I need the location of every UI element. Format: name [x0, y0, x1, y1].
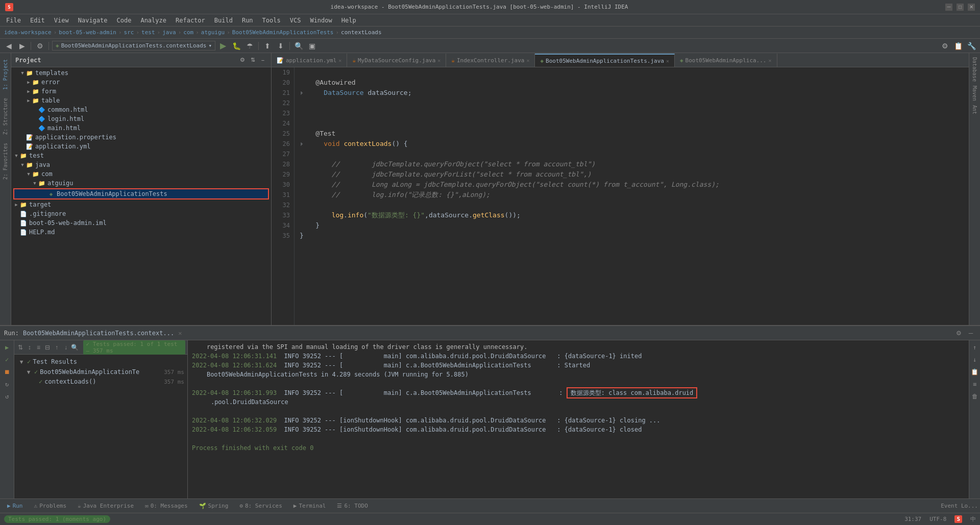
tab-boot-tests[interactable]: ◈ Boot05WebAdminApplicationTests.java ✕: [535, 54, 674, 67]
menu-tools[interactable]: Tools: [258, 16, 285, 25]
test-method[interactable]: ✓ contextLoads() 357 ms: [14, 377, 187, 386]
menu-code[interactable]: Code: [113, 16, 136, 25]
menu-vcs[interactable]: VCS: [286, 16, 305, 25]
tree-item-java[interactable]: ▼ 📁 java: [11, 160, 271, 169]
tab-close-ds[interactable]: ✕: [437, 58, 440, 63]
tab-close-yml[interactable]: ✕: [338, 58, 341, 63]
tab-index[interactable]: ☕ IndexController.java ✕: [446, 54, 535, 67]
menu-navigate[interactable]: Navigate: [74, 16, 112, 25]
project-expand[interactable]: ⇅: [249, 56, 257, 64]
bc-src[interactable]: src: [124, 29, 134, 36]
close-button[interactable]: ✕: [968, 4, 975, 11]
maximize-button[interactable]: □: [957, 4, 964, 11]
tree-item-target[interactable]: ▶ 📁 target: [11, 200, 271, 209]
toolbar-right1[interactable]: ⚙: [939, 40, 950, 52]
tree-item-app-properties[interactable]: ▶ 📝 application.properties: [11, 133, 271, 142]
right-tab-ant[interactable]: Ant: [971, 103, 978, 116]
bt-tab-java-enterprise[interactable]: ☕ Java Enterprise: [72, 502, 139, 510]
window-controls[interactable]: ─ □ ✕: [945, 4, 975, 11]
project-gear[interactable]: ⚙: [238, 56, 247, 64]
run-play-icon[interactable]: ▶: [2, 342, 12, 353]
tree-item-com[interactable]: ▼ 📁 com: [11, 169, 271, 179]
code-content[interactable]: @Autowired ⏵ DataSource dataSource; @Tes…: [295, 67, 969, 325]
run-check-icon[interactable]: ✓: [2, 355, 12, 365]
run-settings[interactable]: ⚙: [953, 328, 964, 338]
run-right-filter[interactable]: ≡: [970, 379, 980, 389]
debug-button[interactable]: 🐛: [231, 40, 242, 52]
run-button[interactable]: ▶: [217, 40, 229, 52]
toolbar-right3[interactable]: 🔧: [966, 40, 977, 52]
run-tab-close[interactable]: ✕: [178, 330, 182, 337]
rtb-sort2[interactable]: ↕: [26, 342, 34, 353]
bt-tab-services[interactable]: ⚙ 8: Services: [234, 502, 287, 510]
run-rerun-failed[interactable]: ↺: [2, 391, 12, 402]
run-config-selector[interactable]: ◈ Boot05WebAdminApplicationTests.context…: [52, 41, 215, 51]
menu-window[interactable]: Window: [306, 16, 336, 25]
tree-item-templates[interactable]: ▼ 📁 templates: [11, 68, 271, 78]
run-right-up[interactable]: ↑: [970, 342, 980, 353]
bt-tab-terminal[interactable]: ▶ Terminal: [288, 502, 331, 510]
tab-close-tests2[interactable]: ✕: [769, 58, 772, 63]
bc-module[interactable]: boot-05-web-admin: [59, 29, 116, 36]
bt-tab-problems[interactable]: ⚠ Problems: [29, 502, 72, 510]
menu-analyze[interactable]: Analyze: [136, 16, 170, 25]
toolbar-settings[interactable]: ⚙: [34, 40, 45, 52]
rtb-sort[interactable]: ⇅: [16, 342, 24, 353]
tree-item-atguigu[interactable]: ▼ 📁 atguigu: [11, 179, 271, 188]
run-right-trash[interactable]: 🗑: [970, 391, 980, 402]
bt-tab-todo[interactable]: ☰ 6: TODO: [332, 502, 373, 510]
tree-item-form[interactable]: ▶ 📁 form: [11, 87, 271, 96]
test-suite[interactable]: ▼ ✓ Boot05WebAdminApplicationTe 357 ms: [14, 367, 187, 377]
bt-tab-messages[interactable]: ✉ 0: Messages: [140, 502, 192, 510]
run-stop-icon[interactable]: ⏹: [2, 367, 12, 377]
tree-item-app-yml[interactable]: ▶ 📝 application.yml: [11, 142, 271, 151]
menu-edit[interactable]: Edit: [26, 16, 49, 25]
menu-view[interactable]: View: [50, 16, 73, 25]
bc-class[interactable]: Boot05WebAdminApplicationTests: [232, 29, 334, 36]
console-output[interactable]: registered via the SPI and manual loadin…: [188, 340, 969, 498]
run-right-down[interactable]: ↓: [970, 355, 980, 365]
tree-item-common-html[interactable]: ▶ 🔷 common.html: [11, 105, 271, 114]
menu-file[interactable]: File: [2, 16, 25, 25]
bt-tab-spring[interactable]: 🌱 Spring: [194, 502, 234, 510]
event-log-link[interactable]: Event Lo...: [941, 503, 978, 509]
tab-close-tests[interactable]: ✕: [666, 58, 669, 64]
tree-item-boot-tests[interactable]: ▶ ◈ Boot05WebAdminApplicationTests: [13, 188, 269, 199]
bc-java[interactable]: java: [162, 29, 176, 36]
rtb-collapse[interactable]: ↓: [62, 342, 70, 353]
menu-refactor[interactable]: Refactor: [172, 16, 209, 25]
tree-item-login-html[interactable]: ▶ 🔷 login.html: [11, 114, 271, 123]
rtb-filter2[interactable]: ⊟: [43, 342, 52, 353]
rtb-filter1[interactable]: ≡: [35, 342, 43, 353]
run-tab-name[interactable]: Boot05WebAdminApplicationTests.context..…: [23, 330, 174, 337]
project-collapse[interactable]: −: [259, 56, 267, 64]
bt-tab-run[interactable]: ▶ Run: [2, 502, 28, 510]
tree-item-gitignore[interactable]: ▶ 📄 .gitignore: [11, 209, 271, 218]
bc-test[interactable]: test: [141, 29, 155, 36]
menu-help[interactable]: Help: [337, 16, 360, 25]
run-hide[interactable]: ─: [966, 328, 976, 338]
menu-run[interactable]: Run: [238, 16, 257, 25]
rtb-expand[interactable]: ↑: [53, 342, 61, 353]
toolbar-terminal[interactable]: ▣: [306, 40, 317, 52]
tree-item-test[interactable]: ▼ 📁 test: [11, 151, 271, 160]
minimize-button[interactable]: ─: [945, 4, 952, 11]
sidebar-tab-project[interactable]: 1: Project: [2, 57, 9, 92]
run-right-copy[interactable]: 📋: [970, 367, 980, 377]
rtb-search[interactable]: 🔍: [71, 342, 79, 353]
right-tab-database[interactable]: Database: [971, 55, 978, 84]
toolbar-right2[interactable]: 📋: [952, 40, 964, 52]
tab-mydatasource[interactable]: ☕ MyDataSourceConfig.java ✕: [347, 54, 446, 67]
run-rerun-icon[interactable]: ↻: [2, 379, 12, 389]
tab-application-yml[interactable]: 📝 application.yml ✕: [272, 54, 347, 67]
toolbar-forward[interactable]: ▶: [16, 40, 28, 52]
toolbar-search[interactable]: 🔍: [293, 40, 304, 52]
menu-build[interactable]: Build: [210, 16, 237, 25]
bc-atguigu[interactable]: atguigu: [201, 29, 225, 36]
tree-item-table[interactable]: ▶ 📁 table: [11, 96, 271, 105]
sidebar-tab-favorites[interactable]: 2: Favorites: [2, 141, 9, 182]
toolbar-update[interactable]: ⬇: [275, 40, 286, 52]
bc-com[interactable]: com: [183, 29, 193, 36]
tab-boot-tests2[interactable]: ◈ Boot05WebAdminApplica... ✕: [675, 54, 777, 67]
test-suite-root[interactable]: ▼ ✓ Test Results: [14, 357, 187, 367]
